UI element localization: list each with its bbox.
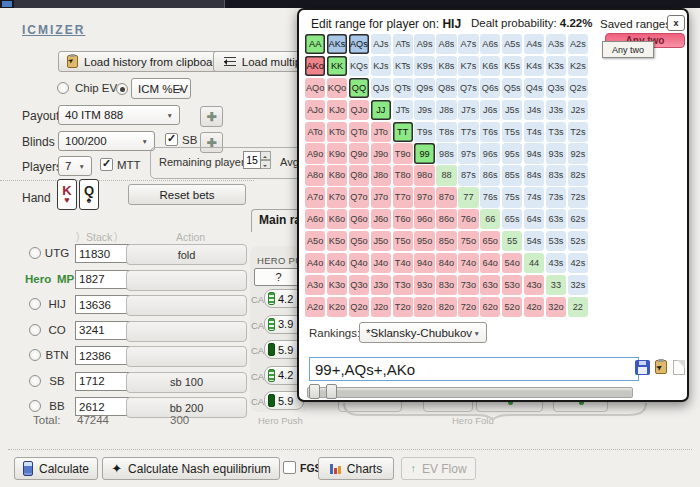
hand-cell-62o[interactable]: 62o <box>480 297 500 317</box>
hole-card-1[interactable]: K ♥ <box>57 179 77 210</box>
hand-cell-63o[interactable]: 63o <box>480 275 500 295</box>
close-button[interactable]: x <box>667 15 685 31</box>
stack-input-CO[interactable] <box>75 321 130 340</box>
hand-cell-Q4s[interactable]: Q4s <box>524 78 544 98</box>
hand-cell-92s[interactable]: 92s <box>568 143 588 163</box>
hand-cell-76s[interactable]: 76s <box>480 187 500 207</box>
hand-cell-K8s[interactable]: K8s <box>436 56 456 76</box>
hand-cell-92o[interactable]: 92o <box>414 297 434 317</box>
hand-cell-J6s[interactable]: J6s <box>480 100 500 120</box>
hand-cell-T9o[interactable]: T9o <box>393 143 413 163</box>
hand-cell-Q5s[interactable]: Q5s <box>502 78 522 98</box>
hand-cell-AQs[interactable]: AQs <box>349 34 369 54</box>
hand-cell-44[interactable]: 44 <box>524 253 544 273</box>
hand-cell-94o[interactable]: 94o <box>414 253 434 273</box>
hand-cell-73s[interactable]: 73s <box>546 187 566 207</box>
rankings-select[interactable]: *Sklansky-Chubukov <box>359 322 487 343</box>
hand-cell-A2s[interactable]: A2s <box>568 34 588 54</box>
hand-cell-A9o[interactable]: A9o <box>305 143 325 163</box>
hand-cell-KTo[interactable]: KTo <box>327 122 347 142</box>
hand-cell-Q5o[interactable]: Q5o <box>349 231 369 251</box>
action-button-MP[interactable] <box>126 270 247 291</box>
seat-radio-BB[interactable] <box>29 400 41 412</box>
hand-cell-52s[interactable]: 52s <box>568 231 588 251</box>
hand-cell-J5o[interactable]: J5o <box>371 231 391 251</box>
hand-cell-A5o[interactable]: A5o <box>305 231 325 251</box>
stack-input-UTG[interactable] <box>75 244 130 263</box>
hand-cell-A2o[interactable]: A2o <box>305 297 325 317</box>
hand-cell-K7s[interactable]: K7s <box>458 56 478 76</box>
seat-radio-CO[interactable] <box>29 324 41 336</box>
hand-cell-T9s[interactable]: T9s <box>414 122 434 142</box>
hand-cell-A6o[interactable]: A6o <box>305 209 325 229</box>
hand-cell-K6s[interactable]: K6s <box>480 56 500 76</box>
hand-cell-QJs[interactable]: QJs <box>371 78 391 98</box>
hand-cell-Q8s[interactable]: Q8s <box>436 78 456 98</box>
hand-cell-73o[interactable]: 73o <box>458 275 478 295</box>
hand-cell-K9s[interactable]: K9s <box>414 56 434 76</box>
hand-cell-83s[interactable]: 83s <box>546 165 566 185</box>
add-payout-button[interactable]: ✚ <box>200 106 223 127</box>
hand-cell-K5s[interactable]: K5s <box>502 56 522 76</box>
hand-cell-AQo[interactable]: AQo <box>305 78 325 98</box>
new-range-icon[interactable] <box>673 360 685 375</box>
chip-ev-radio[interactable] <box>57 82 69 94</box>
hand-cell-Q6s[interactable]: Q6s <box>480 78 500 98</box>
seat-radio-SB[interactable] <box>29 375 41 387</box>
icm-ev-dropdown[interactable]: ICM %EV <box>131 78 191 99</box>
hand-cell-54s[interactable]: 54s <box>524 231 544 251</box>
hand-cell-99[interactable]: 99 <box>414 143 434 163</box>
hand-cell-J3o[interactable]: J3o <box>371 275 391 295</box>
hand-cell-Q9s[interactable]: Q9s <box>414 78 434 98</box>
calculate-nash-button[interactable]: ✦ Calculate Nash equilibrium <box>102 457 280 480</box>
remaining-players-stepper[interactable] <box>243 151 271 169</box>
action-button-UTG[interactable]: fold <box>126 244 247 265</box>
hand-cell-AA[interactable]: AA <box>305 34 325 54</box>
hand-cell-93s[interactable]: 93s <box>546 143 566 163</box>
hand-cell-94s[interactable]: 94s <box>524 143 544 163</box>
slider-thumb-max[interactable] <box>326 384 337 399</box>
hand-cell-33[interactable]: 33 <box>546 275 566 295</box>
hand-cell-K2o[interactable]: K2o <box>327 297 347 317</box>
hand-cell-65o[interactable]: 65o <box>480 231 500 251</box>
hand-cell-T7s[interactable]: T7s <box>458 122 478 142</box>
hand-cell-65s[interactable]: 65s <box>502 209 522 229</box>
hand-cell-Q4o[interactable]: Q4o <box>349 253 369 273</box>
hand-cell-96s[interactable]: 96s <box>480 143 500 163</box>
hand-cell-Q2s[interactable]: Q2s <box>568 78 588 98</box>
hand-cell-Q6o[interactable]: Q6o <box>349 209 369 229</box>
hand-cell-A4s[interactable]: A4s <box>524 34 544 54</box>
hand-cell-97s[interactable]: 97s <box>458 143 478 163</box>
hand-cell-76o[interactable]: 76o <box>458 209 478 229</box>
stack-input-BTN[interactable] <box>75 346 130 365</box>
hand-cell-T8o[interactable]: T8o <box>393 165 413 185</box>
seat-radio-UTG[interactable] <box>29 247 41 259</box>
hand-cell-A7o[interactable]: A7o <box>305 187 325 207</box>
hand-cell-87o[interactable]: 87o <box>436 187 456 207</box>
action-button-SB[interactable]: sb 100 <box>126 372 247 393</box>
hand-cell-KK[interactable]: KK <box>327 56 347 76</box>
spin-up-icon[interactable] <box>261 151 271 160</box>
action-button-BTN[interactable] <box>126 346 247 367</box>
hand-cell-75o[interactable]: 75o <box>458 231 478 251</box>
hand-cell-96o[interactable]: 96o <box>414 209 434 229</box>
seat-radio-BTN[interactable] <box>29 349 41 361</box>
hand-cell-53s[interactable]: 53s <box>546 231 566 251</box>
save-range-icon[interactable] <box>635 360 650 375</box>
hand-cell-84o[interactable]: 84o <box>436 253 456 273</box>
icm-ev-radio[interactable] <box>116 83 128 95</box>
hand-cell-K3s[interactable]: K3s <box>546 56 566 76</box>
hand-cell-K6o[interactable]: K6o <box>327 209 347 229</box>
hand-cell-86o[interactable]: 86o <box>436 209 456 229</box>
hand-cell-63s[interactable]: 63s <box>546 209 566 229</box>
app-logo-link[interactable]: ICMIZER <box>22 23 85 37</box>
hand-cell-86s[interactable]: 86s <box>480 165 500 185</box>
hand-cell-Q7o[interactable]: Q7o <box>349 187 369 207</box>
hand-cell-T6s[interactable]: T6s <box>480 122 500 142</box>
hand-cell-JTo[interactable]: JTo <box>371 122 391 142</box>
hand-cell-K4s[interactable]: K4s <box>524 56 544 76</box>
hand-cell-95o[interactable]: 95o <box>414 231 434 251</box>
hand-cell-75s[interactable]: 75s <box>502 187 522 207</box>
hand-cell-97o[interactable]: 97o <box>414 187 434 207</box>
hand-cell-KJs[interactable]: KJs <box>371 56 391 76</box>
